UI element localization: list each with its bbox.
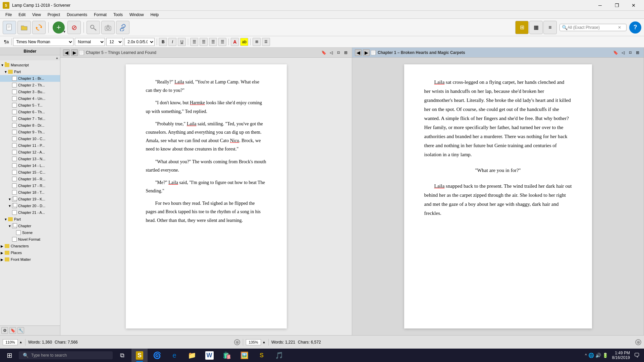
sync-button[interactable] [32, 21, 46, 34]
target-icon-right[interactable]: ◎ [635, 339, 641, 345]
expand-places-icon[interactable] [1, 251, 4, 255]
binder-item-ch4[interactable]: Chapter 4 - Un... [0, 95, 60, 102]
zoom-up-right[interactable]: ▲ [262, 340, 266, 344]
taskbar-app-scrivener[interactable]: S [131, 349, 148, 362]
view-corkboard-button[interactable]: ⊞ [515, 21, 529, 34]
italic-button[interactable]: I [168, 38, 176, 46]
binder-item-front-matter[interactable]: Front Matter [0, 256, 60, 263]
binder-item-ch15[interactable]: Chapter 15 - C... [0, 169, 60, 176]
expand-ch20-icon[interactable] [8, 204, 11, 208]
battery-icon[interactable]: 🔋 [602, 353, 608, 358]
caret-up-icon[interactable]: ^ [585, 353, 587, 358]
menu-tools[interactable]: Tools [111, 12, 125, 18]
taskbar-app-music[interactable]: 🎵 [271, 349, 287, 362]
taskbar-search-box[interactable]: 🔍 Type here to search [19, 351, 113, 359]
menu-format[interactable]: Format [91, 12, 109, 18]
network-icon[interactable]: 🌐 [588, 353, 594, 358]
volume-icon[interactable]: 🔊 [595, 353, 601, 358]
binder-item-chapter-group[interactable]: Chapter [0, 223, 60, 229]
align-left-button[interactable]: ☰ [190, 38, 198, 46]
remove-button[interactable]: ⊘ [67, 21, 81, 34]
menu-view[interactable]: View [30, 12, 44, 18]
binder-item-ch21[interactable]: Chapter 21 - A... [0, 209, 60, 216]
menu-window[interactable]: Window [127, 12, 147, 18]
expand-part1-icon[interactable] [4, 70, 7, 74]
font-select[interactable]: Times New Roman [13, 38, 73, 46]
split-btn-left[interactable]: ⊡ [335, 49, 342, 56]
zoom-up-left[interactable]: ▲ [19, 340, 22, 344]
taskbar-task-view[interactable]: ⧉ [114, 349, 130, 362]
menu-help[interactable]: Help [148, 12, 162, 18]
underline-button[interactable]: U [178, 38, 186, 46]
close-button[interactable]: ✕ [626, 0, 641, 11]
view-editor-button[interactable]: ≡ [543, 21, 557, 34]
binder-item-characters[interactable]: Characters [0, 243, 60, 249]
binder-item-ch20[interactable]: Chapter 20 - D... [0, 202, 60, 209]
binder-item-ch12[interactable]: Chapter 12 - A... [0, 149, 60, 156]
binder-scroll-up-icon[interactable]: ▲ [55, 56, 59, 60]
editor-content-left[interactable]: "Really?" Laila said, "You're at Lamp Ca… [60, 58, 352, 335]
binder-item-ch10[interactable]: Chapter 10 - C... [0, 135, 60, 142]
binder-item-ch13[interactable]: Chapter 13 - N... [0, 156, 60, 162]
fullscreen-btn-left[interactable]: ⊞ [342, 49, 349, 56]
taskbar-app-edge[interactable]: e [166, 349, 182, 362]
add-dropdown-arrow[interactable]: ▼ [63, 30, 66, 34]
binder-item-ch17[interactable]: Chapter 17 - R... [0, 182, 60, 189]
binder-item-ch9[interactable]: Chapter 9 - Th... [0, 129, 60, 135]
bookmark-btn-left[interactable]: 🔖 [320, 49, 327, 56]
new-doc-button[interactable] [3, 21, 16, 34]
taskbar-start-button[interactable]: ⊞ [1, 349, 17, 362]
taskbar-app-scrivener2[interactable]: S [254, 349, 270, 362]
key-button[interactable] [87, 21, 100, 34]
expand-chapter-group-icon[interactable] [8, 224, 11, 228]
binder-item-manuscript[interactable]: Manuscript [0, 62, 60, 68]
camera-button[interactable] [101, 21, 115, 34]
binder-item-ch5[interactable]: Chapter 5 - T... [0, 102, 60, 109]
search-box[interactable]: 🔍 ✕ [559, 24, 627, 31]
menu-documents[interactable]: Documents [64, 12, 90, 18]
action-center-icon[interactable]: 🗨 [634, 352, 640, 359]
restore-button[interactable]: ❐ [609, 0, 625, 11]
expand-ch19-icon[interactable] [8, 197, 11, 201]
nav-forward-right[interactable]: ▶ [363, 49, 370, 56]
binder-item-ch8[interactable]: Chapter 8 - Dr... [0, 122, 60, 129]
nav-back-right[interactable]: ◀ [355, 49, 362, 56]
binder-scroll-area[interactable]: Manuscript Part Chapter 1 - Br... Chapte… [0, 60, 60, 325]
binder-item-scene[interactable]: Scene [0, 229, 60, 236]
open-folder-button[interactable] [17, 21, 31, 34]
taskbar-app-explorer[interactable]: 📁 [184, 349, 200, 362]
binder-item-ch19[interactable]: Chapter 19 - K... [0, 196, 60, 202]
table-button[interactable]: ⊞ [253, 38, 261, 46]
minimize-button[interactable]: ─ [592, 0, 608, 11]
expand-front-matter-icon[interactable] [1, 258, 4, 261]
expand-part2-icon[interactable] [4, 218, 7, 221]
binder-settings-icon[interactable]: ⚙ [1, 327, 8, 334]
binder-item-ch7[interactable]: Chapter 7 - Tel... [0, 115, 60, 122]
menu-edit[interactable]: Edit [16, 12, 28, 18]
search-clear-icon[interactable]: ✕ [618, 25, 621, 30]
align-center-button[interactable]: ☰ [200, 38, 208, 46]
split-btn-right[interactable]: ⊡ [627, 49, 634, 56]
binder-item-part2[interactable]: Part [0, 216, 60, 223]
editor-content-right[interactable]: Laila sat cross-legged on a flying carpe… [352, 58, 644, 335]
binder-item-ch11[interactable]: Chapter 11 - P... [0, 142, 60, 149]
size-select[interactable]: 12 [106, 38, 123, 46]
view-outline-button[interactable]: ▦ [529, 21, 543, 34]
taskbar-app-word[interactable]: W [201, 349, 217, 362]
align-right-button[interactable]: ☰ [209, 38, 217, 46]
nav-forward-left[interactable]: ▶ [71, 49, 78, 56]
taskbar-app-photos[interactable]: 🖼️ [236, 349, 252, 362]
binder-item-ch14[interactable]: Chapter 14 - L... [0, 162, 60, 169]
binder-item-ch2[interactable]: Chapter 2 - Th... [0, 82, 60, 88]
prev-page-btn-left[interactable]: ◁ [328, 49, 334, 56]
binder-item-ch18[interactable]: Chapter 18 - T... [0, 189, 60, 196]
help-button[interactable]: ? [629, 21, 641, 34]
expand-manuscript-icon[interactable] [1, 63, 4, 67]
search-input[interactable] [568, 25, 618, 30]
list-button[interactable]: ☰ [262, 38, 270, 46]
menu-file[interactable]: File [3, 12, 14, 18]
binder-item-ch3[interactable]: Chapter 3 - Bu... [0, 88, 60, 95]
binder-item-novel-format[interactable]: Novel Format [0, 236, 60, 243]
highlight-button[interactable]: ab [240, 38, 248, 46]
taskbar-app-store[interactable]: 🛍️ [219, 349, 235, 362]
